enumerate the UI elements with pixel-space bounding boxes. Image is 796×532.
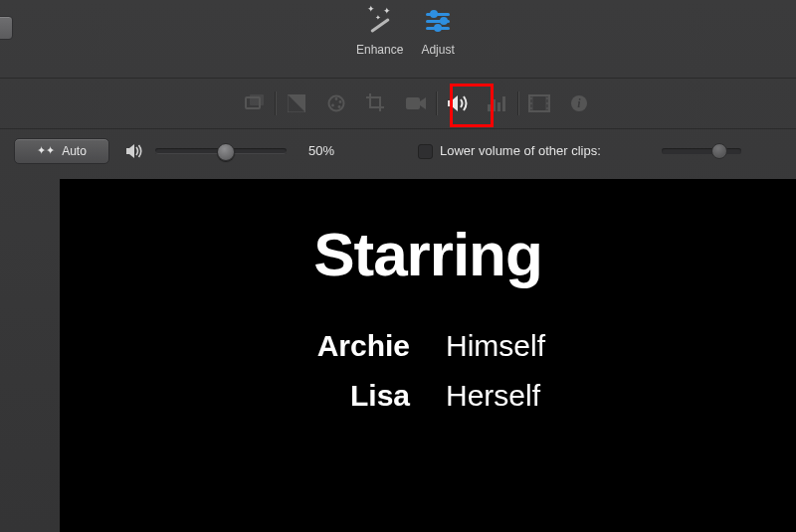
mode-buttons: ✦ ✦ ✦ Enhance Adjust: [356, 6, 455, 57]
adjust-button[interactable]: Adjust: [421, 6, 454, 57]
tab-crop[interactable]: [356, 91, 396, 115]
credit-row: Archie Himself: [60, 329, 796, 363]
svg-point-4: [335, 97, 338, 100]
palette-icon: [326, 94, 346, 112]
adjust-tabbar: i: [0, 79, 796, 129]
credit-role: Herself: [446, 379, 555, 413]
svg-point-22: [546, 107, 548, 109]
credits-list: Archie Himself Lisa Herself: [60, 329, 796, 413]
info-icon: i: [570, 94, 588, 112]
ducking-slider[interactable]: [662, 148, 741, 154]
svg-point-5: [339, 100, 342, 103]
adjust-label: Adjust: [421, 43, 454, 57]
auto-button[interactable]: ✦✦ Auto: [14, 138, 109, 164]
tab-clipinfo[interactable]: [519, 91, 559, 115]
credit-role: Himself: [446, 329, 555, 363]
crop-icon: [366, 93, 386, 113]
svg-point-6: [338, 105, 341, 108]
svg-rect-9: [488, 104, 491, 111]
tab-contrast[interactable]: [277, 91, 316, 115]
tab-volume[interactable]: [438, 91, 478, 115]
tab-color[interactable]: [316, 91, 356, 115]
overlay-icon: [245, 94, 265, 112]
audio-controls: ✦✦ Auto 50% Lower volume of other clips:: [0, 129, 796, 173]
svg-rect-10: [493, 99, 496, 111]
wand-icon: ✦ ✦ ✦: [365, 6, 395, 36]
ducking-slider-knob[interactable]: [711, 143, 727, 159]
tab-equalizer[interactable]: [478, 91, 517, 115]
lower-volume-checkbox[interactable]: [418, 144, 433, 159]
camera-icon: [405, 95, 427, 111]
video-preview: Starring Archie Himself Lisa Herself: [60, 179, 796, 532]
contrast-icon: [288, 94, 305, 112]
svg-point-20: [546, 97, 548, 99]
svg-point-21: [546, 102, 548, 104]
svg-rect-8: [406, 97, 420, 109]
title-card: Starring Archie Himself Lisa Herself: [60, 219, 796, 413]
sliders-icon: [423, 6, 453, 36]
credit-name: Lisa: [300, 379, 410, 413]
theater-button[interactable]: ater: [0, 16, 13, 40]
auto-button-label: Auto: [62, 144, 87, 158]
app-window: ater ✦ ✦ ✦ Enhance: [0, 0, 796, 532]
svg-point-19: [530, 107, 532, 109]
speaker-icon: [447, 94, 469, 112]
lower-volume-label: Lower volume of other clips:: [440, 143, 601, 158]
svg-point-7: [331, 104, 334, 107]
svg-rect-12: [502, 96, 505, 111]
equalizer-icon: [487, 94, 508, 112]
credit-name: Archie: [300, 329, 410, 363]
film-icon: [528, 94, 550, 112]
credit-row: Lisa Herself: [60, 379, 796, 413]
tab-stabilize[interactable]: [396, 91, 436, 115]
volume-percent: 50%: [308, 143, 334, 158]
volume-slider-knob[interactable]: [217, 143, 235, 161]
title-text: Starring: [60, 219, 796, 289]
volume-slider[interactable]: [155, 148, 287, 154]
sparkle-icon: ✦✦: [37, 144, 55, 157]
top-toolbar: ater ✦ ✦ ✦ Enhance: [0, 0, 796, 79]
svg-rect-1: [250, 94, 264, 105]
tab-info[interactable]: i: [559, 91, 599, 115]
tab-overlay[interactable]: [235, 91, 275, 115]
enhance-button[interactable]: ✦ ✦ ✦ Enhance: [356, 6, 403, 57]
enhance-label: Enhance: [356, 43, 403, 57]
svg-point-18: [530, 102, 532, 104]
svg-point-17: [530, 97, 532, 99]
volume-icon: [125, 143, 143, 159]
svg-rect-11: [498, 102, 500, 111]
